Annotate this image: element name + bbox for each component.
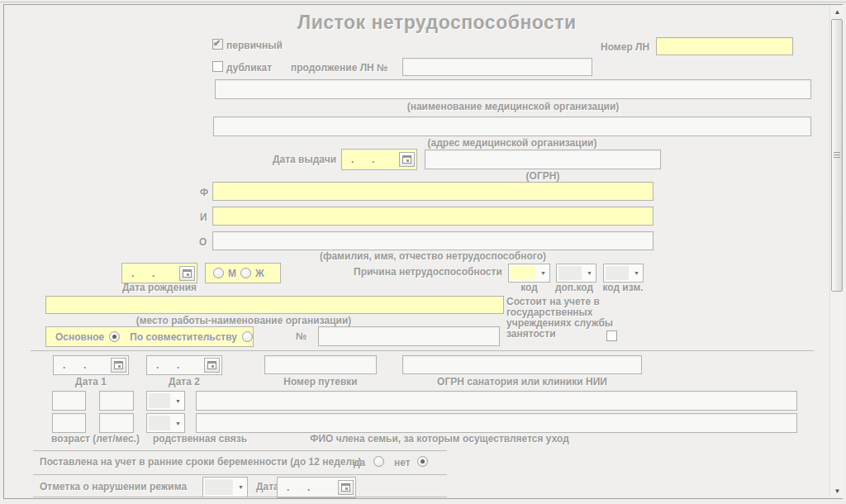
- ln-number-label: Номер ЛН: [601, 41, 649, 53]
- care2-relation-select[interactable]: ▼: [146, 413, 185, 433]
- section-divider: [33, 450, 447, 451]
- birth-date-input[interactable]: . .: [121, 263, 197, 283]
- calendar-icon: [183, 269, 192, 278]
- issue-date-value: . .: [342, 154, 399, 165]
- section-divider: [33, 474, 447, 475]
- org-name-input[interactable]: [215, 79, 811, 99]
- surname-label: Ф: [200, 187, 208, 198]
- check-icon: ✔: [213, 38, 221, 49]
- calendar-icon: [114, 361, 123, 369]
- violation-code-select[interactable]: ▼: [202, 477, 248, 497]
- cause-code-value: [511, 266, 535, 280]
- birth-date-value: . .: [122, 268, 179, 279]
- calendar-icon: [207, 361, 216, 369]
- pregnancy-label: Поставлена на учет в ранние сроки береме…: [40, 456, 361, 468]
- workplace-input[interactable]: [45, 296, 504, 314]
- main-job-label: Основное: [55, 331, 104, 343]
- chevron-down-icon: ▼: [537, 264, 549, 282]
- calendar-button[interactable]: [204, 358, 220, 373]
- female-radio[interactable]: [240, 268, 251, 278]
- scroll-down-button[interactable]: ▼: [830, 484, 844, 497]
- employment-service-label: Состоит на учете в государственных учреж…: [506, 297, 614, 340]
- main-job-radio[interactable]: [109, 331, 120, 342]
- workplace-number-input[interactable]: [318, 326, 500, 346]
- pregnancy-no-radio[interactable]: [417, 456, 428, 467]
- sanatorium-ogrn-caption: ОГРН санатория или клиники НИИ: [402, 376, 642, 388]
- issue-date-label: Дата выдачи: [273, 154, 336, 165]
- calendar-button[interactable]: [338, 480, 354, 495]
- calendar-icon: [341, 483, 350, 492]
- age-caption: возраст (лет/мес.): [31, 433, 159, 445]
- chevron-down-icon: ▼: [172, 414, 184, 432]
- care2-age-years-input[interactable]: [52, 413, 86, 433]
- date2-input[interactable]: . .: [146, 355, 222, 375]
- violation-label: Отметка о нарушении режима: [40, 481, 187, 492]
- issue-date-input[interactable]: . .: [341, 149, 417, 170]
- date1-caption: Дата 1: [53, 376, 129, 388]
- care1-age-months-input[interactable]: [99, 391, 134, 411]
- date2-value: . .: [147, 359, 204, 371]
- ogrn-input[interactable]: [425, 150, 661, 169]
- vertical-scrollbar[interactable]: ▲ ▼: [829, 5, 844, 498]
- cause-addcode-select[interactable]: ▼: [556, 264, 596, 283]
- window-top-border: [0, 2, 846, 2]
- parttime-job-label: По совместительству: [130, 331, 237, 343]
- employment-type-group: Основное По совместительству: [45, 326, 254, 347]
- scroll-up-button[interactable]: ▲: [830, 5, 844, 18]
- surname-input[interactable]: [212, 182, 654, 201]
- org-address-input[interactable]: [213, 116, 811, 136]
- chevron-up-icon: ▲: [834, 8, 841, 16]
- care2-relation-value: [149, 416, 170, 430]
- pregnancy-yes-label: да: [354, 457, 365, 468]
- cause-code-select[interactable]: ▼: [508, 264, 550, 283]
- name-label: И: [200, 212, 207, 223]
- continuation-number-input[interactable]: [402, 58, 592, 76]
- care2-age-months-input[interactable]: [99, 413, 134, 433]
- employment-service-checkbox[interactable]: [606, 330, 617, 341]
- chevron-down-icon: ▼: [235, 478, 247, 497]
- ogrn-caption: (ОГРН): [425, 170, 661, 182]
- male-label: М: [228, 268, 236, 279]
- care1-age-years-input[interactable]: [52, 391, 86, 411]
- date1-value: . .: [54, 359, 111, 371]
- cause-label: Причина нетрудоспособности: [354, 266, 502, 278]
- voucher-number-input[interactable]: [264, 355, 377, 374]
- cause-modcode-select[interactable]: ▼: [603, 264, 644, 283]
- male-radio[interactable]: [213, 268, 224, 278]
- violation-code-value: [205, 479, 233, 495]
- calendar-button[interactable]: [399, 152, 415, 167]
- pregnancy-no-label: нет: [394, 457, 411, 468]
- patronymic-label: О: [199, 236, 207, 248]
- parttime-job-radio[interactable]: [242, 331, 253, 342]
- violation-date-input[interactable]: . .: [277, 477, 356, 498]
- cause-addcode-value: [558, 266, 582, 280]
- female-label: Ж: [255, 268, 264, 279]
- calendar-button[interactable]: [111, 358, 126, 373]
- calendar-icon: [402, 155, 411, 164]
- scrollbar-thumb[interactable]: [831, 19, 843, 292]
- primary-checkbox[interactable]: ✔: [212, 39, 223, 50]
- care1-relation-select[interactable]: ▼: [146, 391, 185, 411]
- care2-fio-input[interactable]: [196, 413, 797, 433]
- date2-caption: Дата 2: [146, 376, 222, 388]
- section-divider: [31, 350, 814, 351]
- org-name-caption: (наименование медицинской организации): [215, 101, 811, 112]
- org-address-caption: (адрес медицинской организации): [213, 137, 811, 149]
- pregnancy-yes-radio[interactable]: [373, 456, 384, 467]
- name-input[interactable]: [212, 207, 654, 226]
- calendar-button[interactable]: [179, 266, 195, 281]
- sex-radio-group: М Ж: [205, 263, 281, 283]
- duplicate-checkbox[interactable]: [212, 61, 223, 72]
- patronymic-input[interactable]: [212, 231, 654, 250]
- sick-leave-form-window: Листок нетрудоспособности ✔ первичный ду…: [0, 0, 846, 504]
- modcode-caption: код изм.: [598, 282, 648, 293]
- section-divider: [33, 497, 447, 497]
- sanatorium-ogrn-input[interactable]: [402, 355, 642, 374]
- violation-date-value: . .: [278, 482, 338, 493]
- birth-date-caption: Дата рождения: [101, 282, 218, 293]
- voucher-caption: Номер путевки: [256, 376, 385, 388]
- ln-number-input[interactable]: [656, 37, 793, 55]
- addcode-caption: доп.код: [550, 282, 598, 293]
- date1-input[interactable]: . .: [53, 355, 129, 375]
- care1-fio-input[interactable]: [196, 391, 797, 411]
